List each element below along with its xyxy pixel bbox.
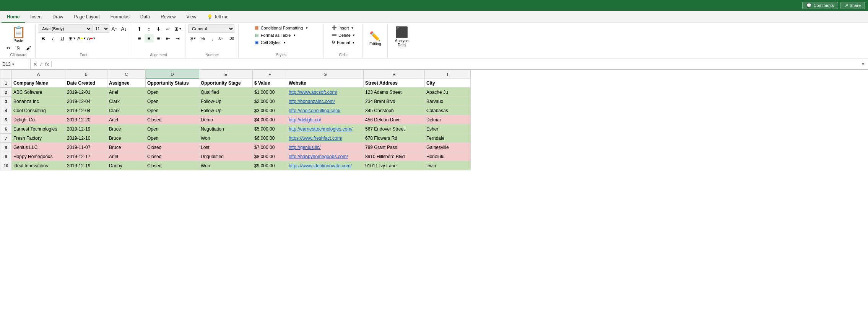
cell[interactable]: Bruce	[107, 143, 146, 152]
tab-home[interactable]: Home	[2, 12, 25, 23]
confirm-formula-icon[interactable]: ✓	[39, 61, 44, 67]
cell[interactable]: $4.000,00	[253, 115, 287, 124]
merge-button[interactable]: ⊞▾	[173, 25, 182, 33]
paste-button[interactable]: 📋 Paste	[9, 25, 28, 44]
cell[interactable]: 123 Adams Street	[364, 88, 425, 97]
cancel-formula-icon[interactable]: ✕	[33, 61, 37, 67]
align-right-button[interactable]: ≡	[154, 34, 163, 43]
cell[interactable]: Closed	[146, 143, 199, 152]
cell[interactable]: $8.000,00	[253, 152, 287, 161]
increase-font-button[interactable]: A↑	[110, 25, 119, 33]
cell[interactable]: Clark	[107, 106, 146, 115]
format-as-table-button[interactable]: ▤ Format as Table ▾	[252, 32, 298, 38]
comma-button[interactable]: ,	[208, 34, 217, 43]
cell[interactable]: http://www.abcsoft.com/	[287, 88, 364, 97]
cell[interactable]: Delmar	[425, 115, 471, 124]
tab-draw[interactable]: Draw	[47, 12, 68, 23]
cell[interactable]: Open	[146, 88, 199, 97]
cell[interactable]: Delight Co.	[12, 115, 65, 124]
delete-button[interactable]: ➖ Delete ▾	[329, 32, 357, 38]
tab-data[interactable]: Data	[135, 12, 155, 23]
font-color-button[interactable]: A▾	[86, 34, 96, 43]
tab-insert[interactable]: Insert	[25, 12, 47, 23]
align-center-button[interactable]: ≡	[145, 34, 154, 43]
cell[interactable]: $ Value	[253, 78, 287, 88]
cell[interactable]: Ariel	[107, 88, 146, 97]
align-bottom-button[interactable]: ⬇	[154, 25, 163, 33]
indent-left-button[interactable]: ⇤	[164, 34, 173, 43]
cell[interactable]: Company Name	[12, 78, 65, 88]
font-size-select[interactable]: 11	[93, 25, 109, 33]
borders-button[interactable]: ⊞▾	[67, 34, 76, 43]
cell[interactable]: http://bonanzainc.com/	[287, 97, 364, 106]
cell[interactable]: Opportunity Stage	[199, 78, 253, 88]
tab-tell-me[interactable]: 💡 Tell me	[202, 12, 234, 23]
row-header-2[interactable]: 2	[0, 88, 12, 97]
cell[interactable]: http://happyhomegoods.com/	[287, 152, 364, 161]
cell[interactable]: https://www.idealinnovate.com/	[287, 161, 364, 170]
cell[interactable]: Genius LLC	[12, 143, 65, 152]
cell[interactable]: Open	[146, 106, 199, 115]
cell[interactable]: Danny	[107, 161, 146, 170]
row-header-10[interactable]: 10	[0, 161, 12, 170]
row-header-4[interactable]: 4	[0, 106, 12, 115]
editing-button[interactable]: ✏️ Editing	[366, 29, 385, 47]
italic-button[interactable]: I	[48, 34, 57, 43]
cell[interactable]: Closed	[146, 152, 199, 161]
cut-button[interactable]: ✂	[4, 44, 13, 52]
decrease-decimal-button[interactable]: .0←	[217, 34, 226, 43]
align-middle-button[interactable]: ↕	[145, 25, 154, 33]
cell[interactable]: 2019-12-04	[65, 106, 107, 115]
increase-decimal-button[interactable]: .00	[227, 34, 236, 43]
expand-formula-bar-icon[interactable]: ▼	[858, 62, 868, 66]
cell[interactable]: Bruce	[107, 124, 146, 134]
cell[interactable]: Lost	[199, 143, 253, 152]
row-header-1[interactable]: 1	[0, 78, 12, 88]
cell[interactable]: Unqualified	[199, 152, 253, 161]
cell[interactable]: Won	[199, 161, 253, 170]
cell[interactable]: Bruce	[107, 134, 146, 143]
cell[interactable]: Ariel	[107, 152, 146, 161]
cell[interactable]: Calabasas	[425, 106, 471, 115]
percent-button[interactable]: %	[198, 34, 207, 43]
cell[interactable]: Clark	[107, 97, 146, 106]
cell[interactable]: 2019-12-10	[65, 134, 107, 143]
cell[interactable]: Follow-Up	[199, 97, 253, 106]
cell[interactable]: Website	[287, 78, 364, 88]
col-header-b[interactable]: B	[65, 70, 107, 78]
col-header-f[interactable]: F	[253, 70, 287, 78]
cell[interactable]: 2019-12-01	[65, 88, 107, 97]
share-button[interactable]: ↗ Share	[840, 2, 865, 9]
cell[interactable]: $9.000,00	[253, 161, 287, 170]
tab-formulas[interactable]: Formulas	[105, 12, 135, 23]
formula-input[interactable]	[52, 62, 858, 67]
cell[interactable]: $3.000,00	[253, 106, 287, 115]
col-header-i[interactable]: I	[425, 70, 471, 78]
cell[interactable]: Opportunity Status	[146, 78, 199, 88]
cell[interactable]: Ideal Innovations	[12, 161, 65, 170]
comments-button[interactable]: 💬 Comments	[802, 2, 838, 9]
cell[interactable]: $7.000,00	[253, 143, 287, 152]
row-header-7[interactable]: 7	[0, 134, 12, 143]
wrap-text-button[interactable]: ↵	[164, 25, 173, 33]
cell[interactable]: Esher	[425, 124, 471, 134]
row-header-3[interactable]: 3	[0, 97, 12, 106]
format-painter-button[interactable]: 🖌	[24, 44, 33, 52]
col-header-d[interactable]: D	[146, 70, 199, 78]
tab-view[interactable]: View	[181, 12, 202, 23]
cell[interactable]: Earnest Technologies	[12, 124, 65, 134]
cell[interactable]: Open	[146, 124, 199, 134]
cell[interactable]: 2019-11-07	[65, 143, 107, 152]
tab-page-layout[interactable]: Page Layout	[68, 12, 105, 23]
cell[interactable]: 567 Endover Street	[364, 124, 425, 134]
cell[interactable]: Negotiation	[199, 124, 253, 134]
cell[interactable]: Won	[199, 134, 253, 143]
sheet-table-wrapper[interactable]: A B C D E F G H I 1Company NameDate Crea…	[0, 70, 868, 170]
cell[interactable]: 2019-12-19	[65, 124, 107, 134]
cell[interactable]: $5.000,00	[253, 124, 287, 134]
underline-button[interactable]: U	[58, 34, 67, 43]
decrease-font-button[interactable]: A↓	[119, 25, 128, 33]
row-header-8[interactable]: 8	[0, 143, 12, 152]
cell[interactable]: 2019-12-20	[65, 115, 107, 124]
col-header-g[interactable]: G	[287, 70, 364, 78]
